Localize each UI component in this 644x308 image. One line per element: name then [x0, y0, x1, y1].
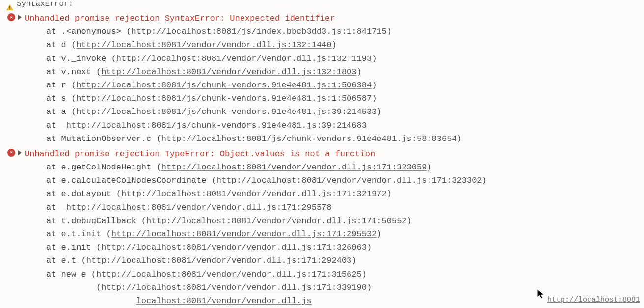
console-error-entry[interactable]: ✕Unhandled promise rejection TypeError: … — [3, 146, 642, 308]
frame-context: at .<anonymous> — [46, 27, 126, 36]
frame-context: at e.getColNodeHeight — [46, 163, 156, 172]
frame-context: at t.debugCallback — [46, 216, 141, 225]
source-location-link[interactable]: http://localhost:8081/js/chunk-vendors.9… — [76, 81, 372, 90]
console-error-entry[interactable]: ✕Unhandled promise rejection SyntaxError… — [3, 11, 642, 146]
entry-body: Unhandled promise rejection TypeError: O… — [25, 147, 642, 308]
stack-trace: at .<anonymous> (http://localhost:8081/j… — [25, 25, 642, 145]
svg-rect-2 — [9, 9, 10, 10]
frame-context: ( — [46, 283, 101, 292]
frame-context: at e.t.init — [46, 229, 106, 239]
source-location-link[interactable]: http://localhost:8081/vendor/vendor.dll.… — [116, 54, 372, 63]
source-link[interactable]: http://localhost:8081 — [547, 294, 640, 306]
stack-frame: at new e (http://localhost:8081/vendor/v… — [46, 268, 642, 281]
warning-icon — [6, 4, 14, 11]
stack-frame: at e.calculateColNodesCoordinate (http:/… — [46, 174, 642, 187]
source-location-link[interactable]: http://localhost:8081/vendor/vendor.dll.… — [66, 203, 332, 212]
stack-frame: at http://localhost:8081/js/chunk-vendor… — [46, 119, 642, 132]
error-heading: Unhandled promise rejection TypeError: O… — [25, 147, 642, 161]
svg-rect-1 — [9, 6, 10, 8]
source-location-link[interactable]: http://localhost:8081/vendor/vendor.dll.… — [76, 40, 331, 50]
source-location-link[interactable]: http://localhost:8081/vendor/vendor.dll.… — [216, 176, 482, 185]
entry-gutter: ✕ — [3, 147, 25, 157]
frame-context: at e.calculateColNodesCoordinate — [46, 176, 212, 185]
stack-trace: at e.getColNodeHeight (http://localhost:… — [25, 161, 642, 308]
stack-frame: at v._invoke (http://localhost:8081/vend… — [46, 52, 642, 65]
stack-frame: at s (http://localhost:8081/js/chunk-ven… — [46, 92, 642, 105]
source-location-link[interactable]: http://localhost:8081/vendor/vendor.dll.… — [146, 216, 407, 225]
stack-frame: at d (http://localhost:8081/vendor/vendo… — [46, 38, 642, 52]
stack-frame: at http://localhost:8081/vendor/vendor.d… — [46, 201, 642, 214]
frame-context: at a — [46, 107, 71, 116]
source-location-link[interactable]: http://localhost:8081/vendor/vendor.dll.… — [101, 67, 356, 77]
source-location-link[interactable]: http://localhost:8081/js/chunk-vendors.9… — [66, 121, 367, 130]
source-location-link[interactable]: localhost:8081/vendor/vendor.dll.js — [136, 296, 312, 306]
source-location-link[interactable]: http://localhost:8081/vendor/vendor.dll.… — [101, 283, 367, 292]
stack-frame: at t.debugCallback (http://localhost:808… — [46, 214, 642, 227]
frame-context: at s — [46, 94, 71, 103]
stack-frame: at r (http://localhost:8081/js/chunk-ven… — [46, 79, 642, 92]
frame-context: at v.next — [46, 67, 96, 77]
stack-frame: at MutationObserver.c (http://localhost:… — [46, 132, 642, 145]
frame-context — [46, 296, 136, 306]
source-location-link[interactable]: http://localhost:8081/js/chunk-vendors.9… — [76, 94, 372, 103]
stack-frame: at e.init (http://localhost:8081/vendor/… — [46, 241, 642, 254]
frame-context: at — [46, 203, 61, 212]
disclosure-triangle-icon[interactable] — [18, 150, 22, 155]
error-icon: ✕ — [7, 149, 15, 157]
source-location-link[interactable]: http://localhost:8081/vendor/vendor.dll.… — [96, 270, 362, 279]
source-location-link[interactable]: http://localhost:8081/js/chunk-vendors.9… — [76, 107, 376, 116]
stack-frame: at e.t.init (http://localhost:8081/vendo… — [46, 227, 642, 241]
source-location-link[interactable]: http://localhost:8081/vendor/vendor.dll.… — [161, 163, 427, 172]
source-location-link[interactable]: http://localhost:8081/vendor/vendor.dll.… — [101, 243, 367, 252]
stack-frame: at e.t (http://localhost:8081/vendor/ven… — [46, 254, 642, 267]
stack-frame: at a (http://localhost:8081/js/chunk-ven… — [46, 105, 642, 118]
frame-context: at MutationObserver.c — [46, 134, 156, 143]
frame-context: at v._invoke — [46, 54, 111, 63]
frame-context: at d — [46, 40, 71, 50]
stack-frame: at e.getColNodeHeight (http://localhost:… — [46, 161, 642, 174]
frame-context: at — [46, 121, 61, 130]
stack-frame: (http://localhost:8081/vendor/vendor.dll… — [46, 281, 642, 294]
source-location-link[interactable]: http://localhost:8081/vendor/vendor.dll.… — [121, 189, 387, 198]
error-heading: Unhandled promise rejection SyntaxError:… — [25, 12, 642, 25]
truncated-previous-line: SyntaxError: — [3, 2, 642, 11]
entry-body: Unhandled promise rejection SyntaxError:… — [25, 12, 642, 145]
frame-context: at e.t — [46, 256, 81, 265]
frame-context: at new e — [46, 270, 91, 279]
stack-frame: at v.next (http://localhost:8081/vendor/… — [46, 65, 642, 79]
frame-context: at e.init — [46, 243, 96, 252]
devtools-console[interactable]: SyntaxError: ✕Unhandled promise rejectio… — [0, 0, 644, 308]
source-location-link[interactable]: http://localhost:8081/vendor/vendor.dll.… — [86, 256, 352, 265]
source-location-link[interactable]: http://localhost:8081/js/index.bbcb3dd3.… — [131, 27, 386, 36]
source-location-link[interactable]: http://localhost:8081/vendor/vendor.dll.… — [111, 229, 377, 239]
frame-context: at r — [46, 81, 71, 90]
error-icon: ✕ — [7, 13, 15, 21]
source-location-link[interactable]: http://localhost:8081/js/chunk-vendors.9… — [161, 134, 457, 143]
frame-context: at e.doLayout — [46, 189, 116, 198]
disclosure-triangle-icon[interactable] — [18, 15, 22, 20]
entry-gutter: ✕ — [3, 12, 25, 21]
truncated-text: SyntaxError: — [17, 2, 73, 11]
stack-frame: at e.doLayout (http://localhost:8081/ven… — [46, 187, 642, 200]
stack-frame: at .<anonymous> (http://localhost:8081/j… — [46, 25, 642, 38]
